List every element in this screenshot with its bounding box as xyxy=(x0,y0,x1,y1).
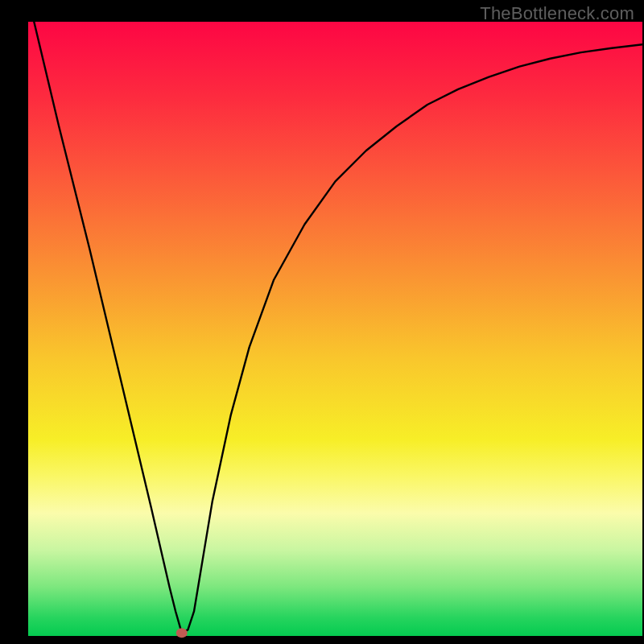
gradient-background xyxy=(28,22,642,636)
bottleneck-chart xyxy=(0,0,644,644)
optimum-marker xyxy=(176,628,188,638)
watermark-text: TheBottleneck.com xyxy=(480,3,634,24)
chart-container: { "watermark": "TheBottleneck.com", "cha… xyxy=(0,0,644,644)
